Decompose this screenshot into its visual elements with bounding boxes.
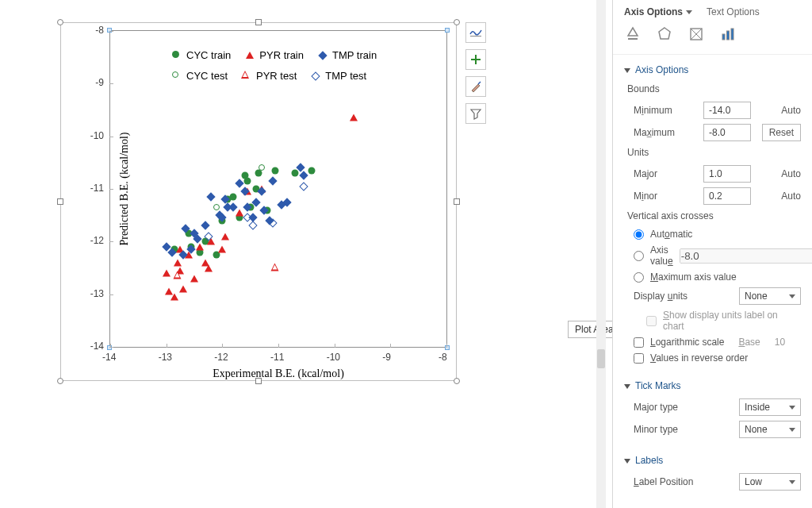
section-tick-marks[interactable]: Tick Marks [624,375,801,396]
crosses-max-radio[interactable] [634,272,644,283]
data-point[interactable] [259,164,265,171]
legend-label: CYC train [186,45,231,66]
sel-handle-nw[interactable] [57,19,63,25]
min-input[interactable] [703,102,751,119]
minor-type-select[interactable]: None [739,421,801,438]
effects-icon[interactable] [656,25,673,43]
plotarea-handle[interactable] [445,345,450,350]
chart-elements-button[interactable] [465,49,486,70]
crosses-auto-radio[interactable] [634,229,644,240]
legend-item[interactable]: CYC train [172,45,231,66]
sel-handle-sw[interactable] [57,378,63,384]
plotarea-handle[interactable] [107,28,112,33]
size-properties-icon[interactable] [688,25,705,43]
reverse-checkbox[interactable] [634,353,644,364]
data-point[interactable] [196,243,204,250]
chart-filter-button[interactable] [465,103,486,124]
min-auto[interactable]: Auto [781,105,801,116]
x-axis-label[interactable]: Experimental B.E. (kcal/mol) [213,368,344,380]
label-position-select[interactable]: Low [739,473,801,491]
legend-item[interactable]: PYR test [242,66,297,87]
section-axis-options[interactable]: Axis Options [624,60,801,80]
format-axis-pane: Axis Options Text Options Axis Options B… [612,0,812,508]
y-tick-label: -13 [82,288,104,299]
tab-axis-options[interactable]: Axis Options [624,6,692,17]
plotarea-handle[interactable] [107,345,112,350]
vertical-scrollbar[interactable] [596,0,606,508]
tab-text-options[interactable]: Text Options [707,6,760,17]
minor-input[interactable] [703,187,751,205]
data-point[interactable] [230,193,237,200]
display-units-select[interactable]: None [739,287,801,305]
x-tick-label: -14 [102,352,116,363]
data-point[interactable] [218,246,226,253]
chart-brush-button[interactable] [465,76,486,97]
plot-area[interactable]: CYC train PYR train TMP train CYC test P… [109,30,447,348]
data-point[interactable] [299,182,308,190]
plotarea-handle[interactable] [445,28,450,33]
data-point[interactable] [163,270,170,277]
minor-auto[interactable]: Auto [781,190,801,202]
data-point[interactable] [170,293,178,300]
crosses-value-input[interactable] [680,248,812,264]
select-value: Inside [745,402,770,413]
data-point[interactable] [205,264,213,271]
reverse-label: Values in reverse order [650,352,748,364]
chevron-down-icon [789,428,795,432]
data-point[interactable] [213,204,220,210]
data-point[interactable] [249,221,258,230]
x-tick-label: -13 [159,352,172,363]
section-number[interactable]: Number [624,502,801,508]
data-point[interactable] [190,275,198,282]
data-point[interactable] [299,171,308,180]
data-point[interactable] [174,272,181,279]
major-auto[interactable]: Auto [781,168,801,179]
legend-item[interactable]: TMP test [311,66,366,87]
log-scale-checkbox[interactable] [634,337,644,348]
sel-handle-e[interactable] [454,198,460,205]
svg-marker-1 [659,28,670,39]
data-point[interactable] [235,179,243,188]
fill-line-icon[interactable] [624,25,642,43]
data-point[interactable] [207,192,216,201]
data-point[interactable] [179,286,187,293]
data-point[interactable] [272,264,279,271]
y-tick-label: -9 [82,77,104,88]
data-point[interactable] [308,167,316,174]
sel-handle-w[interactable] [57,198,63,205]
data-point[interactable] [236,209,243,216]
data-point[interactable] [201,221,209,230]
show-du-label-checkbox [646,316,657,326]
major-input[interactable] [703,165,751,183]
y-axis-label[interactable]: Predicted B.E. (kcal/mol) [118,132,131,245]
chart-object[interactable]: CYC train PYR train TMP train CYC test P… [60,22,457,387]
sel-handle-ne[interactable] [454,19,460,25]
chevron-down-icon [624,68,630,73]
data-point[interactable] [221,233,229,240]
data-point[interactable] [244,178,251,185]
scrollbar-thumb[interactable] [597,349,605,368]
data-point[interactable] [292,170,299,177]
section-title: Axis Options [635,64,688,75]
legend[interactable]: CYC train PYR train TMP train CYC test P… [172,45,442,87]
max-input[interactable] [703,124,751,141]
max-reset-button[interactable]: Reset [762,124,801,141]
crosses-value-radio[interactable] [634,251,644,261]
bounds-label: Bounds [624,80,801,99]
section-labels[interactable]: Labels [624,450,801,471]
data-point[interactable] [268,176,277,185]
major-type-select[interactable]: Inside [739,398,801,416]
chart-styles-button[interactable] [465,22,486,43]
select-value: None [745,424,768,435]
legend-label: PYR train [259,45,304,66]
sel-handle-se[interactable] [454,378,460,384]
legend-item[interactable]: PYR train [245,45,304,66]
legend-item[interactable]: TMP train [318,45,377,66]
data-point[interactable] [174,259,182,266]
legend-item[interactable]: CYC test [172,66,228,87]
sel-handle-n[interactable] [255,19,262,25]
data-point[interactable] [350,114,358,121]
units-label: Units [624,144,801,163]
axis-options-icon[interactable] [719,25,737,43]
data-point[interactable] [272,167,279,174]
